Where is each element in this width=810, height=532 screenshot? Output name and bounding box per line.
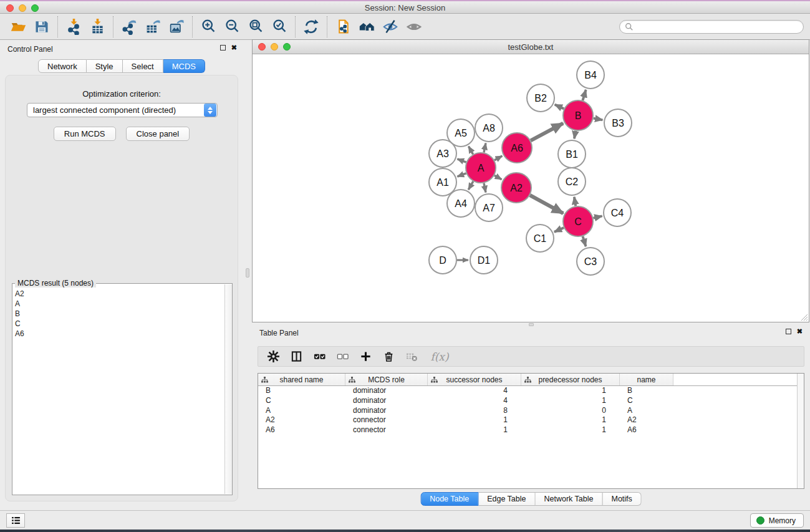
result-item[interactable]: C (15, 319, 224, 329)
search-field[interactable] (619, 20, 804, 34)
edge-B-B1[interactable] (574, 131, 576, 139)
node-D[interactable]: D (429, 246, 456, 274)
table-cell[interactable]: C (620, 396, 673, 406)
table-row[interactable]: Adominator80A (258, 406, 804, 416)
column-header-MCDS-role[interactable]: MCDS role (345, 374, 428, 385)
node-A7[interactable]: A7 (475, 194, 503, 221)
table-cell[interactable]: dominator (345, 406, 428, 416)
tab-network-table[interactable]: Network Table (536, 492, 603, 506)
vertical-splitter-handle[interactable] (246, 268, 249, 278)
table-cell[interactable]: 1 (521, 386, 620, 396)
table-cell[interactable]: 1 (521, 425, 620, 435)
node-B3[interactable]: B3 (604, 109, 632, 137)
zoom-fit-button[interactable] (244, 15, 268, 39)
delete-column-button[interactable] (380, 349, 397, 365)
table-cell[interactable]: 0 (521, 406, 620, 416)
result-item[interactable]: A6 (15, 329, 224, 339)
node-A2[interactable]: A2 (501, 173, 531, 203)
table-cell[interactable]: C (258, 396, 345, 406)
result-scrollbar[interactable] (224, 284, 232, 494)
node-C4[interactable]: C4 (604, 199, 631, 226)
edge-B-B4[interactable] (582, 90, 586, 100)
node-C3[interactable]: C3 (577, 248, 604, 275)
node-B[interactable]: B (563, 100, 593, 130)
column-header-name[interactable]: name (620, 374, 673, 385)
horizontal-splitter-handle[interactable] (529, 323, 534, 326)
search-input[interactable] (634, 22, 798, 31)
column-header-successor-nodes[interactable]: successor nodes (428, 374, 521, 385)
edge-A-A5[interactable] (468, 147, 473, 155)
resize-grip-icon[interactable] (800, 313, 808, 321)
node-B2[interactable]: B2 (527, 84, 554, 112)
table-cell[interactable]: 8 (428, 406, 521, 416)
result-item[interactable]: A2 (15, 289, 224, 299)
edge-A-A4[interactable] (468, 181, 473, 190)
node-A4[interactable]: A4 (447, 190, 475, 217)
home-button[interactable] (355, 15, 378, 39)
table-cell[interactable]: connector (345, 415, 428, 425)
float-panel-icon[interactable] (220, 45, 226, 51)
table-cell[interactable]: connector (345, 425, 428, 435)
zoom-in-button[interactable] (196, 15, 220, 39)
select-all-button[interactable] (311, 349, 328, 365)
edge-C-C3[interactable] (583, 236, 586, 246)
edge-A-A7[interactable] (484, 183, 486, 193)
add-column-button[interactable] (357, 349, 374, 365)
zoom-out-button[interactable] (220, 15, 244, 39)
network-canvas[interactable]: B4B2BB3A8A5A6A3B1AC2A1A2A4A7C4CC1DD1C3 (253, 54, 809, 322)
table-settings-button[interactable] (264, 349, 282, 365)
edge-A6-B[interactable] (531, 123, 563, 141)
refresh-button[interactable] (299, 15, 323, 39)
edge-B-B2[interactable] (555, 105, 564, 109)
node-A1[interactable]: A1 (429, 168, 456, 196)
import-network-button[interactable] (62, 15, 85, 39)
table-cell[interactable]: dominator (345, 396, 428, 406)
table-cell[interactable]: A2 (258, 415, 345, 425)
edge-A2-C[interactable] (530, 195, 563, 213)
table-cell[interactable]: 1 (521, 415, 620, 425)
node-B4[interactable]: B4 (577, 61, 604, 89)
export-network-button[interactable] (117, 15, 141, 39)
hide-panels-button[interactable] (378, 15, 402, 39)
table-cell[interactable]: A (258, 406, 345, 416)
export-table-button[interactable] (141, 15, 165, 39)
table-cell[interactable]: dominator (345, 386, 428, 396)
open-session-button[interactable] (6, 15, 30, 39)
table-cell[interactable]: A6 (258, 425, 345, 435)
task-history-button[interactable] (6, 513, 25, 528)
edge-C-C4[interactable] (593, 216, 602, 218)
float-table-panel-icon[interactable] (786, 329, 791, 334)
show-view-button[interactable] (402, 15, 426, 39)
tab-network[interactable]: Network (38, 59, 87, 73)
run-mcds-button[interactable]: Run MCDS (54, 127, 116, 141)
node-C[interactable]: C (563, 206, 593, 236)
save-session-button[interactable] (30, 15, 54, 39)
show-columns-button[interactable] (287, 349, 305, 365)
import-table-button[interactable] (85, 15, 109, 39)
tab-style[interactable]: Style (87, 59, 123, 73)
tab-node-table[interactable]: Node Table (420, 492, 478, 506)
table-row[interactable]: Cdominator41C (258, 396, 804, 406)
table-cell[interactable]: B (258, 386, 345, 396)
table-cell[interactable]: 4 (428, 386, 521, 396)
edge-C-C2[interactable] (574, 197, 576, 206)
table-cell[interactable]: A6 (620, 425, 673, 435)
table-cell[interactable]: 1 (521, 396, 620, 406)
export-image-button[interactable] (165, 15, 188, 39)
edge-B-B3[interactable] (594, 118, 603, 120)
table-cell[interactable]: 1 (428, 425, 521, 435)
close-panel-icon[interactable]: ✖ (231, 45, 237, 51)
table-cell[interactable]: A (620, 406, 673, 416)
table-row[interactable]: A2connector11A2 (258, 415, 804, 425)
column-header-shared-name[interactable]: shared name (258, 374, 345, 385)
delete-table-button[interactable] (403, 349, 420, 365)
tab-mcds[interactable]: MCDS (163, 59, 205, 73)
network-window-titlebar[interactable]: testGlobe.txt (253, 40, 809, 54)
node-D1[interactable]: D1 (470, 246, 498, 274)
edge-A-A8[interactable] (484, 143, 486, 153)
close-panel-button[interactable]: Close panel (126, 127, 190, 141)
table-cell[interactable]: 4 (428, 396, 521, 406)
tab-select[interactable]: Select (123, 59, 163, 73)
node-A6[interactable]: A6 (502, 133, 532, 163)
table-cell[interactable]: A2 (620, 415, 673, 425)
